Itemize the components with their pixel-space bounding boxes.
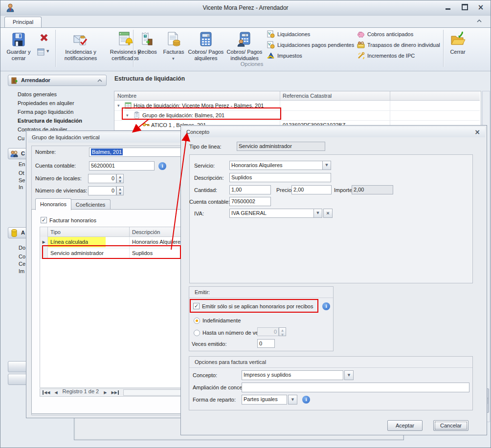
ampliacion-field[interactable]	[242, 383, 469, 392]
tab-honorarios[interactable]: Honorarios	[35, 198, 71, 210]
last-record-button[interactable]: ▶▶	[111, 390, 118, 395]
calculator-person-icon: 0	[237, 31, 252, 47]
sidebar-item-datos-generales[interactable]: Datos generales	[18, 91, 57, 97]
cancelar-button[interactable]: Cancelar	[433, 420, 469, 431]
iva-combo[interactable]: IVA GENERAL	[229, 209, 322, 218]
sidebar-item[interactable]: En	[19, 161, 25, 167]
delete-button[interactable]	[35, 31, 53, 44]
nombre-value: Balmes, 201	[91, 149, 123, 155]
cell-tipo: Línea calculada	[50, 239, 88, 245]
sidebar-item[interactable]: Ce	[19, 261, 25, 267]
recibos-icon: T	[139, 31, 155, 47]
grid-row-linea-calculada[interactable]: ▶ Línea calculada Honorarios Alquileres	[40, 237, 184, 248]
column-header-nombre[interactable]: Nombre	[117, 93, 136, 99]
sidebar-item[interactable]: In	[19, 184, 23, 190]
hasta-veces-radio[interactable]	[194, 330, 200, 336]
incidencias-button[interactable]: Incidencias y notificaciones	[57, 29, 104, 68]
descripcion-field[interactable]: Suplidos	[229, 173, 331, 182]
concepto-dropdown-icon[interactable]: ▼	[344, 370, 354, 380]
sidebar-item[interactable]: Se	[19, 177, 25, 183]
column-header-referencia[interactable]: Referencia Catastral	[283, 93, 332, 99]
nombre-field[interactable]: Balmes, 201	[89, 148, 186, 157]
impuestos-icon	[267, 52, 275, 60]
column-separator[interactable]	[280, 91, 280, 101]
cantidad-field[interactable]: 1,00	[229, 185, 271, 194]
liquidaciones-button[interactable]: V Liquidaciones	[266, 30, 354, 39]
indefinidamente-radio[interactable]	[194, 318, 200, 324]
sidebar-item-partial[interactable]: Cu	[18, 135, 24, 141]
column-separator[interactable]	[129, 227, 130, 237]
servicio-dropdown-icon[interactable]: ▼	[322, 161, 331, 170]
cobros-anticipados-button[interactable]: Cobros anticipados	[356, 30, 449, 39]
sidebar-item[interactable]: Do	[19, 245, 25, 251]
locales-spinner[interactable]: ▲▼	[116, 174, 124, 183]
locales-label: Número de locales:	[35, 175, 82, 181]
next-record-button[interactable]: ▶	[104, 390, 107, 395]
tree-row-grupo[interactable]: ▾ Grupo de liquidación: Balmes, 201	[114, 110, 480, 121]
tab-principal[interactable]: Principal	[4, 17, 42, 28]
concepto-dialog-titlebar[interactable]: Concepto ×	[182, 127, 485, 137]
expand-chevron-icon[interactable]: ▾	[117, 103, 120, 108]
recibos-label: Recibos	[134, 49, 160, 55]
minimize-button[interactable]	[442, 4, 454, 12]
first-record-button[interactable]: ◀◀	[43, 390, 50, 395]
forma-reparto-combo[interactable]: Partes iguales	[242, 395, 287, 405]
close-button[interactable]: ×	[475, 4, 487, 12]
prev-record-button[interactable]: ◀	[54, 390, 57, 395]
viviendas-field[interactable]: 0	[88, 186, 116, 195]
cuenta-contable-field[interactable]: 56200001	[89, 161, 155, 171]
restore-button[interactable]	[459, 4, 470, 12]
tree-row-hoja[interactable]: ▾ Hoja de liquidación: Vicente Mora Pere…	[114, 101, 480, 111]
traspasos-button[interactable]: Traspasos de dinero individual	[356, 41, 449, 50]
concepto-combo[interactable]: Impresos y suplidos	[242, 370, 343, 380]
cobros-alquileres-button[interactable]: 0 Cobros/ Pagos alquileres	[188, 29, 224, 68]
emitir-solo-checkbox[interactable]: ✓	[193, 303, 200, 309]
cell-tipo: Servicio administrador	[50, 250, 104, 256]
sidebar-item-estructura[interactable]: Estructura de liquidación	[18, 118, 82, 124]
iva-dropdown-icon[interactable]: ▼	[313, 209, 322, 218]
grid-row-servicio-administrador[interactable]: Servicio administrador Suplidos	[40, 248, 184, 259]
tipo-linea-label: Tipo de linea:	[189, 144, 222, 149]
aceptar-button[interactable]: Aceptar	[387, 420, 423, 431]
navigator-scrollbar[interactable]	[123, 389, 183, 396]
save-close-button[interactable]: Guardar y cerrar	[4, 29, 33, 68]
grupo-dialog-titlebar[interactable]: Grupo de liquidación vertical	[28, 132, 185, 143]
expand-chevron-icon[interactable]: ▾	[126, 113, 129, 118]
indefinidamente-label: Indefinidamente	[202, 318, 241, 323]
info-icon[interactable]: i	[322, 302, 330, 310]
sidebar-item[interactable]: Ot	[19, 170, 24, 176]
list-icon	[37, 48, 45, 56]
viviendas-spinner[interactable]: ▲▼	[116, 186, 124, 195]
sidebar-item[interactable]: Im	[19, 268, 24, 274]
servicio-combo[interactable]: Honorarios Alquileres	[229, 161, 331, 170]
tab-coeficientes[interactable]: Coeficientes	[70, 199, 111, 210]
cerrar-button[interactable]: Cerrar	[445, 29, 471, 68]
servicio-value: Honorarios Alquileres	[231, 162, 283, 168]
cuenta-contable-field[interactable]: 70500002	[229, 197, 271, 206]
facturar-honorarios-checkbox[interactable]: ✓	[41, 217, 47, 223]
iva-clear-button[interactable]: ×	[323, 209, 333, 218]
recibos-button[interactable]: T Recibos	[134, 29, 160, 68]
cuenta-contable-label: Cuenta contable:	[189, 199, 230, 205]
impuestos-button[interactable]: Impuestos	[266, 52, 354, 61]
sidebar-group-arrendador[interactable]: Arrendador	[8, 75, 107, 86]
ribbon-collapse-icon[interactable]	[476, 18, 483, 24]
grupo-dialog-title: Grupo de liquidación vertical	[32, 134, 100, 140]
facturas-button[interactable]: Facturas ▼	[160, 29, 187, 68]
sidebar-item-forma-pago[interactable]: Forma pago liquidación	[18, 109, 73, 115]
info-icon[interactable]: i	[302, 396, 310, 404]
column-separator[interactable]	[390, 91, 390, 101]
veces-emitido-field[interactable]: 0	[257, 339, 275, 348]
column-header-tipo[interactable]: Tipo	[50, 229, 61, 235]
sidebar-item[interactable]: Co	[19, 254, 25, 259]
info-icon[interactable]: i	[158, 162, 166, 170]
forma-reparto-dropdown-icon[interactable]: ▼	[288, 395, 297, 405]
incrementos-ipc-button[interactable]: Incrementos de IPC	[356, 52, 449, 61]
list-dropdown-button[interactable]: ▼	[35, 46, 53, 58]
dialog-close-icon[interactable]: ×	[474, 128, 480, 136]
liquidaciones-pendientes-button[interactable]: V Liquidaciones pagos pendientes	[266, 41, 354, 50]
sidebar-item-propiedades[interactable]: Propiedades en alquiler	[18, 100, 74, 106]
precio-field[interactable]: 2,00	[291, 185, 332, 194]
locales-field[interactable]: 0	[88, 174, 116, 183]
column-header-descripcion[interactable]: Descripción	[132, 229, 160, 235]
